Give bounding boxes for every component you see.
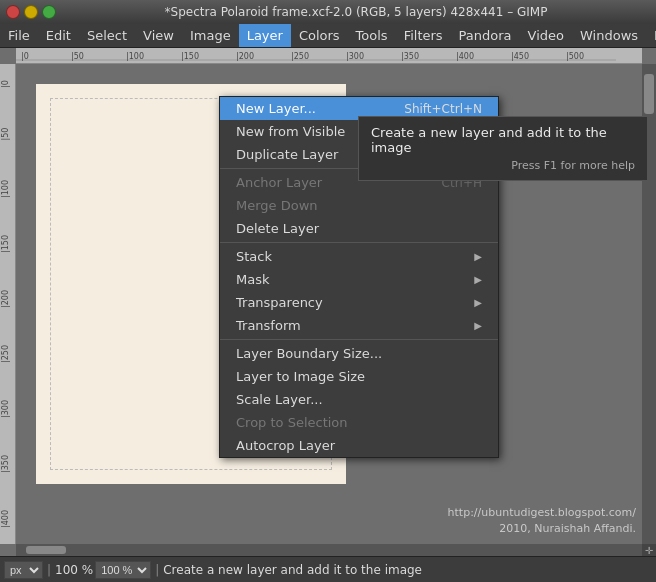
svg-text:|150: |150: [1, 235, 10, 253]
menu-item-layer-boundary-size[interactable]: Layer Boundary Size...: [220, 342, 498, 365]
unit-select[interactable]: px in cm: [4, 561, 43, 579]
statusbar-zoom: 100 % 100 % 50 % 200 %: [55, 561, 151, 579]
zoom-select[interactable]: 100 % 50 % 200 %: [95, 561, 151, 579]
menu-windows[interactable]: Windows: [572, 24, 646, 47]
menu-tools[interactable]: Tools: [348, 24, 396, 47]
menu-item-layer-to-image-size[interactable]: Layer to Image Size: [220, 365, 498, 388]
watermark-line2: 2010, Nuraishah Affandi.: [448, 521, 636, 536]
svg-text:|200: |200: [1, 290, 10, 308]
statusbar-message: Create a new layer and add it to the ima…: [163, 563, 422, 577]
svg-text:|300: |300: [1, 400, 10, 418]
watermark-line1: http://ubuntudigest.blogspot.com/: [448, 505, 636, 520]
titlebar: *Spectra Polaroid frame.xcf-2.0 (RGB, 5 …: [0, 0, 656, 24]
menu-item-autocrop-layer[interactable]: Autocrop Layer: [220, 434, 498, 457]
svg-text:|0: |0: [21, 52, 29, 61]
svg-text:|200: |200: [236, 52, 254, 61]
menu-item-mask[interactable]: Mask: [220, 268, 498, 291]
svg-text:|450: |450: [511, 52, 529, 61]
ruler-left: |0 |50 |100 |150 |200 |250 |300 |350 |40…: [0, 64, 16, 544]
menu-colors[interactable]: Colors: [291, 24, 348, 47]
svg-text:|500: |500: [566, 52, 584, 61]
scrollbar-v-thumb[interactable]: [644, 74, 654, 114]
scrollbar-corner: ✛: [642, 544, 656, 556]
svg-text:|50: |50: [1, 128, 10, 141]
minimize-button[interactable]: [24, 5, 38, 19]
menu-view[interactable]: View: [135, 24, 182, 47]
menu-file[interactable]: File: [0, 24, 38, 47]
window-controls[interactable]: [6, 5, 56, 19]
maximize-button[interactable]: [42, 5, 56, 19]
tooltip: Create a new layer and add it to the ima…: [358, 116, 648, 181]
svg-text:|150: |150: [181, 52, 199, 61]
scrollbar-h-thumb[interactable]: [26, 546, 66, 554]
ruler-top: |0 |50 |100 |150 |200 |250 |300 |350 |40…: [16, 48, 642, 64]
svg-text:|100: |100: [1, 180, 10, 198]
statusbar-divider: |: [47, 563, 51, 577]
separator-3: [220, 339, 498, 340]
svg-text:|300: |300: [346, 52, 364, 61]
statusbar-unit: px in cm: [4, 561, 43, 579]
statusbar: px in cm | 100 % 100 % 50 % 200 % | Crea…: [0, 556, 656, 582]
canvas-container: |0 |50 |100 |150 |200 |250 |300 |350 |40…: [0, 48, 656, 556]
menu-item-transparency[interactable]: Transparency: [220, 291, 498, 314]
svg-text:|350: |350: [401, 52, 419, 61]
menu-pandora[interactable]: Pandora: [451, 24, 520, 47]
main-layout: |0 |50 |100 |150 |200 |250 |300 |350 |40…: [0, 48, 656, 556]
svg-text:|400: |400: [1, 510, 10, 528]
window-title: *Spectra Polaroid frame.xcf-2.0 (RGB, 5 …: [62, 5, 650, 19]
menu-item-delete-layer[interactable]: Delete Layer: [220, 217, 498, 240]
zoom-value: 100 %: [55, 563, 93, 577]
menubar: File Edit Select View Image Layer Colors…: [0, 24, 656, 48]
scrollbar-horizontal[interactable]: [16, 544, 642, 556]
menu-item-stack[interactable]: Stack: [220, 245, 498, 268]
menu-item-merge-down: Merge Down: [220, 194, 498, 217]
menu-layer[interactable]: Layer: [239, 24, 291, 47]
svg-text:|50: |50: [71, 52, 84, 61]
menu-filters[interactable]: Filters: [396, 24, 451, 47]
menu-edit[interactable]: Edit: [38, 24, 79, 47]
menu-item-scale-layer[interactable]: Scale Layer...: [220, 388, 498, 411]
tooltip-sub-text: Press F1 for more help: [371, 159, 635, 172]
svg-text:|250: |250: [291, 52, 309, 61]
menu-help[interactable]: Help: [646, 24, 656, 47]
svg-text:|0: |0: [1, 80, 10, 88]
separator-2: [220, 242, 498, 243]
svg-text:|350: |350: [1, 455, 10, 473]
svg-text:|250: |250: [1, 345, 10, 363]
statusbar-divider2: |: [155, 563, 159, 577]
menu-image[interactable]: Image: [182, 24, 239, 47]
menu-video[interactable]: Video: [520, 24, 572, 47]
menu-select[interactable]: Select: [79, 24, 135, 47]
close-button[interactable]: [6, 5, 20, 19]
menu-item-transform[interactable]: Transform: [220, 314, 498, 337]
svg-text:|400: |400: [456, 52, 474, 61]
svg-text:|100: |100: [126, 52, 144, 61]
menu-item-crop-to-selection: Crop to Selection: [220, 411, 498, 434]
svg-rect-0: [16, 48, 642, 64]
tooltip-main-text: Create a new layer and add it to the ima…: [371, 125, 635, 155]
watermark: http://ubuntudigest.blogspot.com/ 2010, …: [448, 505, 636, 536]
